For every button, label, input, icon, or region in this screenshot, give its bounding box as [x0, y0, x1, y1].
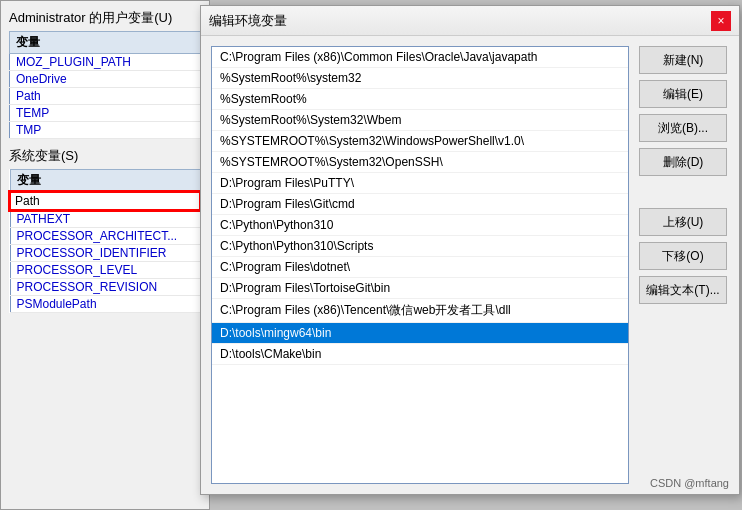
- path-list-item[interactable]: C:\Program Files\dotnet\: [212, 257, 628, 278]
- move-up-button[interactable]: 上移(U): [639, 208, 727, 236]
- table-row[interactable]: PROCESSOR_ARCHITECT...: [10, 228, 200, 245]
- path-list-item[interactable]: %SystemRoot%\system32: [212, 68, 628, 89]
- new-button[interactable]: 新建(N): [639, 46, 727, 74]
- sys-vars-table[interactable]: 变量 PathPATHEXTPROCESSOR_ARCHITECT...PROC…: [9, 169, 201, 313]
- path-list-item[interactable]: D:\Program Files\PuTTY\: [212, 173, 628, 194]
- table-row[interactable]: PROCESSOR_IDENTIFIER: [10, 245, 200, 262]
- path-list-item[interactable]: %SYSTEMROOT%\System32\WindowsPowerShell\…: [212, 131, 628, 152]
- edit-env-dialog: 编辑环境变量 × C:\Program Files (x86)\Common F…: [200, 5, 740, 495]
- edit-button[interactable]: 编辑(E): [639, 80, 727, 108]
- user-vars-table[interactable]: 变量 MOZ_PLUGIN_PATHOneDrivePathTEMPTMP: [9, 31, 201, 139]
- path-list-item[interactable]: D:\Program Files\TortoiseGit\bin: [212, 278, 628, 299]
- path-list-item[interactable]: D:\tools\CMake\bin: [212, 344, 628, 365]
- user-vars-panel: Administrator 的用户变量(U) 变量 MOZ_PLUGIN_PAT…: [0, 0, 210, 510]
- path-list-item[interactable]: %SYSTEMROOT%\System32\OpenSSH\: [212, 152, 628, 173]
- watermark: CSDN @mftang: [650, 477, 729, 489]
- table-row[interactable]: PROCESSOR_LEVEL: [10, 262, 200, 279]
- move-down-button[interactable]: 下移(O): [639, 242, 727, 270]
- dialog-close-button[interactable]: ×: [711, 11, 731, 31]
- path-list[interactable]: C:\Program Files (x86)\Common Files\Orac…: [211, 46, 629, 484]
- path-list-item[interactable]: %SystemRoot%: [212, 89, 628, 110]
- dialog-content: C:\Program Files (x86)\Common Files\Orac…: [201, 36, 739, 494]
- path-list-item[interactable]: C:\Python\Python310: [212, 215, 628, 236]
- user-vars-title: Administrator 的用户变量(U): [9, 9, 201, 27]
- edit-text-button[interactable]: 编辑文本(T)...: [639, 276, 727, 304]
- delete-button[interactable]: 删除(D): [639, 148, 727, 176]
- path-list-item[interactable]: C:\Program Files (x86)\Tencent\微信web开发者工…: [212, 299, 628, 323]
- path-list-item[interactable]: %SystemRoot%\System32\Wbem: [212, 110, 628, 131]
- dialog-buttons: 新建(N)编辑(E)浏览(B)...删除(D)上移(U)下移(O)编辑文本(T)…: [639, 46, 729, 484]
- col-var-header: 变量: [10, 32, 201, 54]
- path-list-item[interactable]: D:\Program Files\Git\cmd: [212, 194, 628, 215]
- table-row[interactable]: PSModulePath: [10, 296, 200, 313]
- path-list-item[interactable]: D:\tools\mingw64\bin: [212, 323, 628, 344]
- table-row[interactable]: PATHEXT: [10, 210, 200, 228]
- path-list-item[interactable]: C:\Python\Python310\Scripts: [212, 236, 628, 257]
- dialog-title: 编辑环境变量: [209, 12, 287, 30]
- dialog-titlebar: 编辑环境变量 ×: [201, 6, 739, 36]
- path-list-item[interactable]: C:\Program Files (x86)\Common Files\Orac…: [212, 47, 628, 68]
- browse-button[interactable]: 浏览(B)...: [639, 114, 727, 142]
- table-row[interactable]: PROCESSOR_REVISION: [10, 279, 200, 296]
- sys-vars-title: 系统变量(S): [9, 147, 201, 165]
- col-sysvar-header: 变量: [10, 170, 200, 193]
- table-row[interactable]: Path: [10, 192, 200, 210]
